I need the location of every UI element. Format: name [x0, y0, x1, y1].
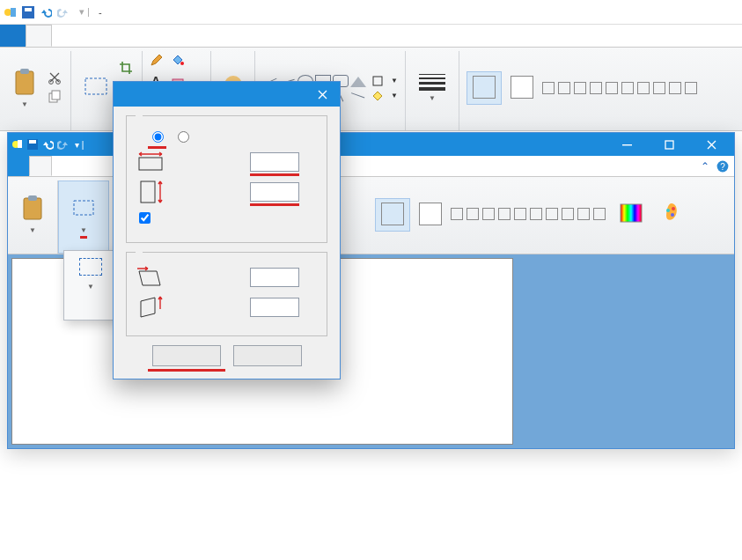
inner-color1-button[interactable]: [375, 198, 410, 232]
skew-h-input[interactable]: [250, 268, 299, 287]
redo-icon[interactable]: [56, 5, 70, 19]
svg-rect-22: [29, 140, 36, 144]
svg-point-33: [671, 213, 674, 217]
palette-custom[interactable]: [451, 208, 608, 223]
ribbon: ▼ A: [0, 48, 742, 131]
undo-icon[interactable]: [39, 5, 53, 19]
svg-point-32: [672, 207, 675, 210]
inner-tab-file[interactable]: [8, 156, 29, 176]
inner-group-image: ▼: [58, 181, 109, 254]
app-icon: [4, 5, 18, 19]
edit-colors-button[interactable]: [613, 198, 649, 232]
tab-view[interactable]: [52, 25, 77, 47]
svg-point-0: [4, 9, 11, 16]
svg-rect-4: [16, 71, 33, 94]
tab-file[interactable]: [0, 25, 26, 47]
color2-swatch: [419, 203, 442, 225]
svg-rect-28: [28, 195, 37, 201]
select-button[interactable]: [78, 71, 114, 105]
cancel-button[interactable]: [233, 345, 302, 366]
tab-home[interactable]: [26, 25, 52, 47]
cut-icon[interactable]: [48, 70, 63, 86]
app-icon: [11, 138, 24, 151]
shape-outline-button[interactable]: ▼: [371, 75, 398, 87]
color1-button[interactable]: [467, 71, 502, 105]
save-icon[interactable]: [21, 5, 35, 19]
color2-swatch: [511, 76, 533, 99]
inner-color2-button[interactable]: [415, 201, 445, 229]
pencil-icon[interactable]: [150, 53, 165, 69]
dialog-titlebar[interactable]: [114, 82, 340, 107]
crop-icon[interactable]: [119, 61, 135, 77]
paint3d-button[interactable]: [654, 198, 689, 232]
undo-icon[interactable]: [41, 138, 54, 151]
svg-rect-34: [139, 158, 162, 170]
help-icon[interactable]: ?: [716, 160, 729, 173]
clipboard-icon: [11, 69, 39, 97]
maximize-button[interactable]: [650, 133, 688, 156]
copy-icon[interactable]: [48, 90, 63, 106]
resize-skew-dialog: [113, 81, 341, 379]
ok-button[interactable]: [152, 345, 221, 366]
inner-group-clipboard: ▼: [8, 181, 58, 254]
group-thickness: ▼: [406, 51, 459, 130]
paste-button[interactable]: ▼: [7, 67, 42, 110]
svg-rect-1: [11, 8, 16, 17]
resize-h-input[interactable]: [250, 152, 299, 172]
radio-pixels[interactable]: [173, 129, 192, 144]
shape-fill-button[interactable]: ▼: [371, 90, 398, 102]
color1-swatch: [473, 76, 496, 99]
svg-rect-27: [24, 198, 41, 219]
svg-rect-29: [74, 201, 93, 215]
svg-rect-35: [141, 181, 155, 203]
outline-icon: [371, 75, 384, 87]
select-rect-icon: [82, 73, 110, 101]
color1-swatch: [381, 203, 404, 225]
inner-group-colors: [329, 181, 734, 254]
clipboard-icon: [18, 195, 47, 223]
collapse-ribbon-icon[interactable]: ⌃: [701, 160, 709, 173]
svg-rect-5: [20, 69, 29, 74]
resize-vertical-icon: [136, 180, 165, 204]
skew-vertical-icon: [136, 295, 165, 320]
svg-rect-18: [373, 77, 382, 85]
close-button[interactable]: [692, 133, 731, 156]
svg-point-12: [180, 62, 184, 65]
fill-icon[interactable]: [171, 53, 187, 69]
svg-rect-10: [85, 78, 107, 94]
color2-button[interactable]: [507, 74, 537, 102]
keep-aspect-checkbox[interactable]: [136, 210, 153, 226]
resize-v-input[interactable]: [250, 182, 299, 202]
svg-rect-23: [622, 144, 632, 145]
resize-horizontal-icon: [136, 150, 165, 174]
skew-fieldset: [126, 252, 327, 336]
inner-paste-button[interactable]: ▼: [15, 193, 50, 236]
dialog-close-button[interactable]: [310, 85, 334, 104]
thickness-button[interactable]: ▼: [413, 72, 452, 104]
group-clipboard: ▼: [0, 51, 71, 130]
inner-tab-home[interactable]: [29, 156, 52, 176]
select-dropdown[interactable]: ▼: [63, 250, 118, 321]
svg-rect-20: [18, 140, 22, 148]
save-icon[interactable]: [27, 139, 38, 150]
palette-custom[interactable]: [542, 82, 700, 97]
ribbon-tabs: [0, 25, 742, 48]
svg-rect-9: [52, 91, 60, 99]
skew-horizontal-icon: [136, 265, 165, 290]
thickness-icon: [416, 74, 448, 91]
svg-text:?: ?: [720, 162, 725, 172]
resize-fieldset: [126, 115, 327, 243]
redo-icon[interactable]: [57, 138, 70, 151]
radio-percent[interactable]: [148, 129, 166, 144]
svg-rect-3: [25, 8, 32, 11]
select-rect-icon: [70, 195, 98, 223]
svg-point-31: [666, 209, 670, 212]
svg-rect-24: [665, 141, 673, 149]
group-colors: [459, 51, 707, 130]
skew-v-input[interactable]: [250, 298, 299, 317]
svg-rect-30: [621, 204, 642, 222]
spectrum-icon: [617, 200, 645, 228]
select-rect-icon: [79, 258, 102, 276]
inner-image-button[interactable]: ▼: [66, 193, 101, 236]
minimize-button[interactable]: [607, 133, 646, 156]
